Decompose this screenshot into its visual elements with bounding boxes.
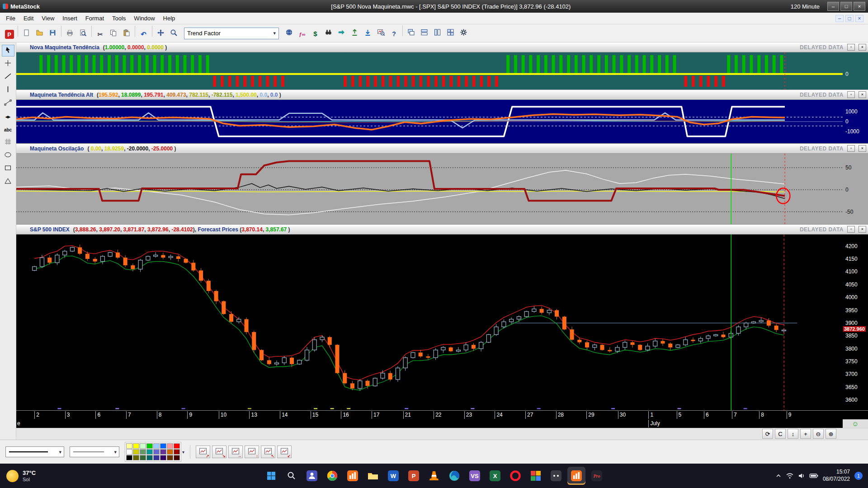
indicator-combo[interactable]: Trend Factor ▾	[184, 28, 279, 39]
fit-vertical-button[interactable]: ↕	[788, 429, 798, 439]
palette-color[interactable]	[153, 455, 160, 460]
vline-tool-button[interactable]	[2, 84, 14, 96]
zoom-in-button[interactable]: ⊕	[826, 429, 836, 439]
panel-restore-button[interactable]: ▫	[847, 226, 855, 233]
volume-icon[interactable]	[798, 473, 805, 479]
window-maximize-button[interactable]: □	[840, 2, 852, 11]
palette-color[interactable]	[153, 449, 160, 455]
panel-restore-button[interactable]: ▫	[847, 44, 855, 51]
mdi-minimize-button[interactable]: –	[835, 15, 844, 22]
menu-file[interactable]: File	[2, 14, 19, 23]
explorer-icon[interactable]	[364, 467, 382, 485]
menu-edit[interactable]: Edit	[19, 14, 38, 23]
palette-color[interactable]	[167, 449, 173, 455]
panel-close-button[interactable]: ×	[859, 44, 866, 51]
open-button[interactable]	[33, 26, 46, 39]
palette-color[interactable]	[160, 455, 166, 460]
palette-color[interactable]	[160, 443, 166, 449]
battery-icon[interactable]	[809, 473, 818, 479]
palette-color[interactable]	[133, 449, 139, 455]
globe-button[interactable]	[283, 26, 296, 39]
panel-restore-button[interactable]: ▫	[847, 91, 855, 98]
copy-button[interactable]	[107, 26, 120, 39]
panel-close-button[interactable]: ×	[859, 145, 866, 152]
menu-view[interactable]: View	[38, 14, 58, 23]
palette-color[interactable]	[160, 449, 166, 455]
mdi-restore-button[interactable]: □	[845, 15, 854, 22]
metastock-p-button[interactable]: P	[3, 28, 16, 41]
palette-color[interactable]	[140, 455, 146, 460]
preset-fit-height-button[interactable]: ↕	[245, 446, 259, 458]
menu-help[interactable]: Help	[159, 14, 179, 23]
notification-badge[interactable]: 1	[854, 472, 863, 480]
window-close-button[interactable]: ×	[854, 2, 865, 11]
pan-button[interactable]	[154, 26, 167, 39]
refresh-button[interactable]: ⟳	[762, 429, 773, 439]
preview-button[interactable]	[76, 26, 90, 39]
gear-button[interactable]	[457, 26, 470, 39]
menu-insert[interactable]: Insert	[58, 14, 81, 23]
paste-button[interactable]	[120, 26, 133, 39]
panel-restore-button[interactable]: ▫	[847, 145, 855, 152]
palette-color[interactable]	[153, 443, 160, 449]
preset-zoom-in-button[interactable]: ↗	[196, 446, 210, 458]
metastock-active-icon[interactable]	[567, 467, 585, 485]
download-button[interactable]	[361, 26, 374, 39]
compress-button[interactable]: C	[775, 429, 786, 439]
oscillator-chart[interactable]	[16, 154, 843, 224]
palette-color[interactable]	[167, 443, 173, 449]
vlc-icon[interactable]	[425, 467, 443, 485]
cut-button[interactable]: ✂	[94, 28, 107, 41]
menu-window[interactable]: Window	[130, 14, 159, 23]
palette-color[interactable]	[146, 449, 153, 455]
tile-h-button[interactable]	[418, 26, 431, 39]
taskbar-clock[interactable]: 15:07 08/07/2022	[823, 469, 850, 483]
search-icon[interactable]	[283, 467, 301, 485]
preset-pan-left-button[interactable]: ↖	[261, 446, 275, 458]
powerpoint-icon[interactable]: P	[405, 467, 423, 485]
fx-button[interactable]: ƒ∞	[296, 28, 309, 41]
visual-studio-icon[interactable]: VS	[466, 467, 484, 485]
tile-v-button[interactable]	[431, 26, 444, 39]
trend-bars-chart[interactable]	[16, 52, 843, 89]
photos-icon[interactable]	[527, 467, 545, 485]
menu-format[interactable]: Format	[81, 14, 108, 23]
preset-pan-right-button[interactable]: ↙	[277, 446, 292, 458]
text-tool-button[interactable]: abc	[2, 123, 14, 135]
scroll-arrows-button[interactable]: ◂▸	[2, 110, 14, 122]
weather-widget[interactable]: 37°C Sol	[0, 469, 127, 482]
explore-button[interactable]	[374, 26, 387, 39]
pointer-button[interactable]	[2, 45, 14, 56]
palette-color[interactable]	[174, 455, 180, 460]
palette-color[interactable]	[126, 443, 132, 449]
regression-button[interactable]	[2, 97, 14, 109]
preset-zoom-out-button[interactable]: ↘	[212, 446, 226, 458]
triangle-tool-button[interactable]	[2, 176, 14, 188]
pan-chart-button[interactable]: +	[800, 429, 811, 439]
wifi-icon[interactable]	[786, 473, 794, 479]
trendline-button[interactable]	[2, 71, 14, 83]
upload-button[interactable]	[348, 26, 361, 39]
line-style-combo[interactable]: ▾	[5, 446, 64, 457]
palette-color[interactable]	[140, 449, 146, 455]
save-button[interactable]	[46, 26, 59, 39]
metastock-icon[interactable]	[344, 467, 362, 485]
metastock-pro-icon[interactable]: Pro	[588, 467, 606, 485]
cascade-button[interactable]	[405, 26, 418, 39]
palette-color[interactable]	[146, 443, 153, 449]
crosshair-button[interactable]	[2, 58, 14, 70]
palette-color[interactable]	[174, 443, 180, 449]
rect-tool-button[interactable]	[2, 163, 14, 174]
palette-color[interactable]	[133, 455, 139, 460]
palette-color[interactable]	[174, 449, 180, 455]
ellipse-tool-button[interactable]	[2, 150, 14, 161]
palette-color[interactable]	[126, 449, 132, 455]
palette-color[interactable]	[146, 455, 153, 460]
grid-tool-button[interactable]	[2, 136, 14, 148]
teams-icon[interactable]	[303, 467, 321, 485]
chevron-up-icon[interactable]	[775, 473, 782, 479]
opera-icon[interactable]	[506, 467, 524, 485]
palette-color[interactable]	[133, 443, 139, 449]
chrome-icon[interactable]	[323, 467, 341, 485]
start-icon[interactable]	[262, 467, 280, 485]
